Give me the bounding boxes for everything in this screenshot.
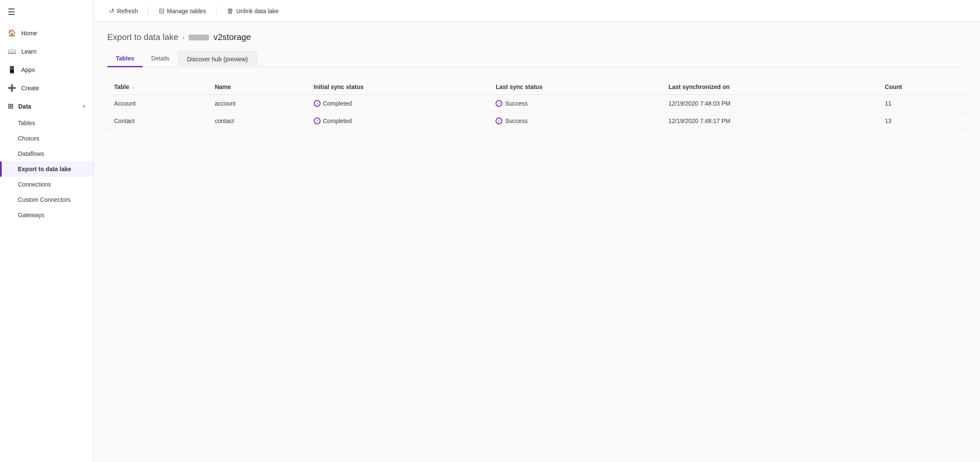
table-body: Account account ✓ Completed ✓ Success <box>107 95 966 130</box>
cell-name-2: contact <box>208 112 307 130</box>
cell-last-sync-on-1: 12/19/2020 7:48:03 PM <box>662 95 878 112</box>
sidebar-sub-item-custom-connectors[interactable]: Custom Connectors <box>0 192 93 207</box>
cell-count-1: 11 <box>878 95 966 112</box>
table-row: Contact contact ✓ Completed ✓ Success <box>107 112 966 130</box>
page-content: Export to data lake › v2storage Tables D… <box>94 22 980 462</box>
table-header-row: Table ↑ Name Initial sync status Last sy… <box>107 79 966 95</box>
learn-icon: 📖 <box>8 47 16 55</box>
sidebar-item-create-label: Create <box>21 85 39 92</box>
sidebar-item-apps-label: Apps <box>21 66 35 73</box>
sidebar-item-home[interactable]: 🏠 Home <box>0 24 93 42</box>
completed-icon-2: ✓ <box>314 118 321 124</box>
main-content: ↺ Refresh ⊟ Manage tables 🗑 Unlink data … <box>94 0 980 462</box>
home-icon: 🏠 <box>8 29 16 37</box>
sidebar-item-home-label: Home <box>21 30 37 37</box>
breadcrumb-parent[interactable]: Export to data lake <box>107 32 178 42</box>
data-expand-icon: ∧ <box>82 103 86 109</box>
cell-name-1: account <box>208 95 307 112</box>
col-header-last-sync-status[interactable]: Last sync status <box>489 79 662 95</box>
cell-last-sync-on-2: 12/19/2020 7:48:17 PM <box>662 112 878 130</box>
sidebar-sub-item-export-to-data-lake[interactable]: Export to data lake <box>0 161 93 177</box>
sort-icon: ↑ <box>132 85 135 90</box>
breadcrumb-chevron-icon: › <box>183 34 185 41</box>
sidebar-sub-item-choices[interactable]: Choices <box>0 131 93 146</box>
sidebar-item-apps[interactable]: 📱 Apps <box>0 60 93 79</box>
col-header-last-synchronized-on[interactable]: Last synchronized on <box>662 79 878 95</box>
create-icon: ➕ <box>8 84 16 92</box>
success-icon-1: ✓ <box>496 100 502 107</box>
manage-tables-button[interactable]: ⊟ Manage tables <box>154 4 211 17</box>
refresh-button[interactable]: ↺ Refresh <box>104 5 143 17</box>
sidebar-item-create[interactable]: ➕ Create <box>0 79 93 97</box>
cell-count-2: 13 <box>878 112 966 130</box>
tabs: Tables Details Discover hub (preview) <box>107 51 966 67</box>
breadcrumb-child: v2storage <box>189 32 251 42</box>
sidebar-item-learn[interactable]: 📖 Learn <box>0 42 93 60</box>
cell-initial-sync-2: ✓ Completed <box>307 112 489 130</box>
cell-initial-sync-1: ✓ Completed <box>307 95 489 112</box>
col-header-count[interactable]: Count <box>878 79 966 95</box>
sidebar-sub-item-tables[interactable]: Tables <box>0 115 93 131</box>
toolbar-separator-1 <box>148 7 149 15</box>
cell-table-1: Account <box>107 95 208 112</box>
cell-last-sync-2: ✓ Success <box>489 112 662 130</box>
tab-details[interactable]: Details <box>143 51 178 67</box>
cell-table-2: Contact <box>107 112 208 130</box>
data-icon: ⊞ <box>8 102 13 110</box>
data-table: Table ↑ Name Initial sync status Last sy… <box>107 79 966 130</box>
apps-icon: 📱 <box>8 66 16 74</box>
breadcrumb-child-label: v2storage <box>213 32 251 42</box>
col-header-name[interactable]: Name <box>208 79 307 95</box>
unlink-icon: 🗑 <box>227 7 234 15</box>
cell-last-sync-1: ✓ Success <box>489 95 662 112</box>
status-completed-2: ✓ Completed <box>314 118 482 124</box>
manage-tables-icon: ⊟ <box>159 7 164 15</box>
unlink-data-lake-button[interactable]: 🗑 Unlink data lake <box>222 5 284 17</box>
col-header-initial-sync-status[interactable]: Initial sync status <box>307 79 489 95</box>
completed-icon-1: ✓ <box>314 100 321 107</box>
unlink-data-lake-label: Unlink data lake <box>236 8 279 14</box>
sidebar-sub-item-dataflows[interactable]: Dataflows <box>0 146 93 161</box>
col-header-table[interactable]: Table ↑ <box>107 79 208 95</box>
refresh-label: Refresh <box>117 8 138 14</box>
tab-tables[interactable]: Tables <box>107 51 143 67</box>
manage-tables-label: Manage tables <box>167 8 206 14</box>
status-completed-1: ✓ Completed <box>314 100 482 107</box>
table-header: Table ↑ Name Initial sync status Last sy… <box>107 79 966 95</box>
success-icon-2: ✓ <box>496 118 502 124</box>
sidebar: ☰ 🏠 Home 📖 Learn 📱 Apps ➕ Create ⊞ Data … <box>0 0 94 462</box>
sidebar-item-data-label: Data <box>18 103 31 110</box>
sidebar-item-data[interactable]: ⊞ Data ∧ <box>0 97 93 115</box>
tab-discover-hub[interactable]: Discover hub (preview) <box>178 51 257 67</box>
table-row: Account account ✓ Completed ✓ Success <box>107 95 966 112</box>
sidebar-sub-item-gateways[interactable]: Gateways <box>0 207 93 223</box>
hamburger-icon: ☰ <box>8 7 15 17</box>
sidebar-sub-item-connections[interactable]: Connections <box>0 177 93 192</box>
refresh-icon: ↺ <box>109 7 115 15</box>
hamburger-button[interactable]: ☰ <box>0 0 93 24</box>
breadcrumb: Export to data lake › v2storage <box>107 32 966 42</box>
sidebar-item-learn-label: Learn <box>21 48 37 55</box>
toolbar: ↺ Refresh ⊟ Manage tables 🗑 Unlink data … <box>94 0 980 22</box>
status-success-1: ✓ Success <box>496 100 655 107</box>
toolbar-separator-2 <box>216 7 217 15</box>
redacted-block <box>189 34 209 40</box>
status-success-2: ✓ Success <box>496 118 655 124</box>
